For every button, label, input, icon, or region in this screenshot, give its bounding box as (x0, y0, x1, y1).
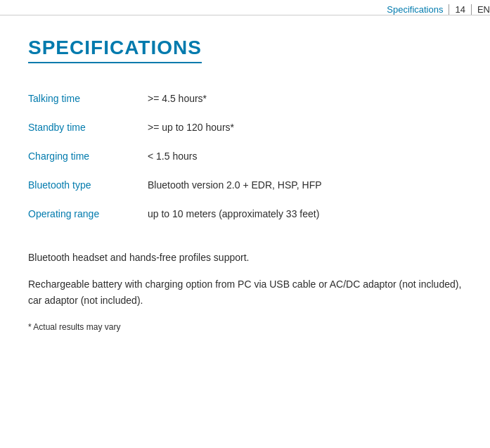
spec-label: Standby time (28, 113, 148, 142)
table-row: Standby time>= up to 120 hours* (28, 113, 462, 142)
header-specs-label: Specifications (387, 4, 449, 15)
spec-value: Bluetooth version 2.0 + EDR, HSP, HFP (148, 171, 462, 200)
header-right: Specifications 14 EN (387, 4, 490, 15)
table-row: Operating rangeup to 10 meters (approxim… (28, 200, 462, 229)
spec-label: Operating range (28, 200, 148, 229)
footer-note-2: Rechargeable battery with charging optio… (28, 276, 462, 308)
main-content: SPECIFICATIONS Talking time>= 4.5 hours*… (0, 15, 490, 346)
table-row: Talking time>= 4.5 hours* (28, 84, 462, 113)
table-row: Bluetooth typeBluetooth version 2.0 + ED… (28, 171, 462, 200)
footer-notes: Bluetooth headset and hands-free profile… (28, 250, 462, 308)
page-header: Specifications 14 EN (0, 0, 490, 15)
table-row: Charging time< 1.5 hours (28, 142, 462, 171)
spec-value: >= 4.5 hours* (148, 84, 462, 113)
footnote: * Actual results may vary (28, 322, 462, 332)
header-language: EN (472, 4, 490, 15)
spec-label: Talking time (28, 84, 148, 113)
page-title: SPECIFICATIONS (28, 37, 202, 63)
spec-value: >= up to 120 hours* (148, 113, 462, 142)
spec-value: < 1.5 hours (148, 142, 462, 171)
specs-table: Talking time>= 4.5 hours*Standby time>= … (28, 84, 462, 229)
header-page-number: 14 (449, 4, 471, 15)
spec-label: Charging time (28, 142, 148, 171)
footer-note-1: Bluetooth headset and hands-free profile… (28, 250, 462, 265)
spec-label: Bluetooth type (28, 171, 148, 200)
spec-value: up to 10 meters (approximately 33 feet) (148, 200, 462, 229)
